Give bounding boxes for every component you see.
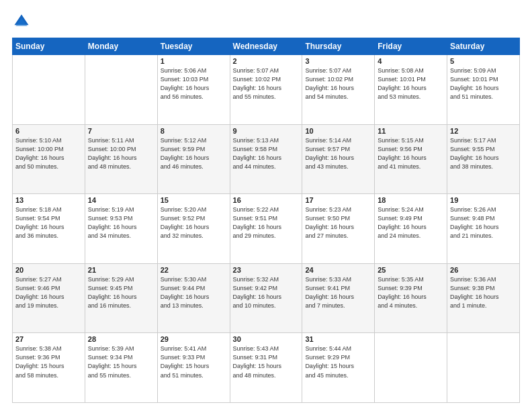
day-number: 30 [233,335,300,343]
logo [12,12,34,31]
calendar-cell: 19Sunrise: 5:26 AM Sunset: 9:48 PM Dayli… [447,194,520,264]
header-day-wednesday: Wednesday [230,38,302,55]
day-info: Sunrise: 5:23 AM Sunset: 9:50 PM Dayligh… [305,205,371,240]
day-info: Sunrise: 5:10 AM Sunset: 10:00 PM Daylig… [15,136,82,171]
day-info: Sunrise: 5:20 AM Sunset: 9:52 PM Dayligh… [161,205,227,240]
day-info: Sunrise: 5:11 AM Sunset: 10:00 PM Daylig… [88,136,154,171]
day-info: Sunrise: 5:29 AM Sunset: 9:45 PM Dayligh… [88,275,154,310]
day-info: Sunrise: 5:06 AM Sunset: 10:03 PM Daylig… [161,66,227,101]
calendar-cell: 29Sunrise: 5:41 AM Sunset: 9:33 PM Dayli… [157,333,230,403]
calendar-cell: 6Sunrise: 5:10 AM Sunset: 10:00 PM Dayli… [13,124,85,194]
day-info: Sunrise: 5:36 AM Sunset: 9:38 PM Dayligh… [450,275,517,310]
calendar-cell: 24Sunrise: 5:33 AM Sunset: 9:41 PM Dayli… [302,263,375,333]
day-number: 2 [233,57,300,65]
day-info: Sunrise: 5:18 AM Sunset: 9:54 PM Dayligh… [15,205,82,240]
calendar-cell: 5Sunrise: 5:09 AM Sunset: 10:01 PM Dayli… [447,55,520,125]
day-number: 8 [161,127,227,135]
day-number: 13 [15,196,82,204]
calendar-cell: 25Sunrise: 5:35 AM Sunset: 9:39 PM Dayli… [375,263,447,333]
week-row-3: 13Sunrise: 5:18 AM Sunset: 9:54 PM Dayli… [13,194,520,264]
calendar-cell: 10Sunrise: 5:14 AM Sunset: 9:57 PM Dayli… [302,124,375,194]
day-number: 3 [305,57,371,65]
day-info: Sunrise: 5:38 AM Sunset: 9:36 PM Dayligh… [15,345,82,379]
day-number: 22 [161,266,227,274]
day-info: Sunrise: 5:33 AM Sunset: 9:41 PM Dayligh… [305,275,371,310]
calendar-cell: 8Sunrise: 5:12 AM Sunset: 9:59 PM Daylig… [157,124,230,194]
week-row-1: 1Sunrise: 5:06 AM Sunset: 10:03 PM Dayli… [13,55,520,125]
day-number: 5 [450,57,517,65]
calendar-cell: 15Sunrise: 5:20 AM Sunset: 9:52 PM Dayli… [157,194,230,264]
calendar-cell: 4Sunrise: 5:08 AM Sunset: 10:01 PM Dayli… [375,55,447,125]
day-number: 17 [305,196,371,204]
calendar-cell: 28Sunrise: 5:39 AM Sunset: 9:34 PM Dayli… [85,333,157,403]
day-info: Sunrise: 5:24 AM Sunset: 9:49 PM Dayligh… [378,205,444,240]
day-number: 28 [88,335,154,343]
day-info: Sunrise: 5:13 AM Sunset: 9:58 PM Dayligh… [233,136,300,171]
page: SundayMondayTuesdayWednesdayThursdayFrid… [0,0,532,411]
calendar-cell: 3Sunrise: 5:07 AM Sunset: 10:02 PM Dayli… [302,55,375,125]
day-info: Sunrise: 5:41 AM Sunset: 9:33 PM Dayligh… [161,345,227,379]
header-day-tuesday: Tuesday [157,38,230,55]
calendar-cell: 16Sunrise: 5:22 AM Sunset: 9:51 PM Dayli… [230,194,302,264]
day-info: Sunrise: 5:39 AM Sunset: 9:34 PM Dayligh… [88,345,154,379]
calendar-cell: 21Sunrise: 5:29 AM Sunset: 9:45 PM Dayli… [85,263,157,333]
logo-icon [12,12,31,31]
header-day-thursday: Thursday [302,38,375,55]
day-number: 31 [305,335,371,343]
day-info: Sunrise: 5:17 AM Sunset: 9:55 PM Dayligh… [450,136,517,171]
week-row-4: 20Sunrise: 5:27 AM Sunset: 9:46 PM Dayli… [13,263,520,333]
day-info: Sunrise: 5:15 AM Sunset: 9:56 PM Dayligh… [378,136,444,171]
day-number: 15 [161,196,227,204]
day-info: Sunrise: 5:32 AM Sunset: 9:42 PM Dayligh… [233,275,300,310]
calendar-cell: 7Sunrise: 5:11 AM Sunset: 10:00 PM Dayli… [85,124,157,194]
calendar-cell: 2Sunrise: 5:07 AM Sunset: 10:02 PM Dayli… [230,55,302,125]
day-number: 18 [378,196,444,204]
calendar-cell: 18Sunrise: 5:24 AM Sunset: 9:49 PM Dayli… [375,194,447,264]
calendar-cell: 22Sunrise: 5:30 AM Sunset: 9:44 PM Dayli… [157,263,230,333]
day-info: Sunrise: 5:27 AM Sunset: 9:46 PM Dayligh… [15,275,82,310]
calendar-cell [375,333,447,403]
day-info: Sunrise: 5:07 AM Sunset: 10:02 PM Daylig… [305,66,371,101]
calendar-cell: 9Sunrise: 5:13 AM Sunset: 9:58 PM Daylig… [230,124,302,194]
day-number: 27 [15,335,82,343]
day-number: 24 [305,266,371,274]
day-number: 26 [450,266,517,274]
calendar-cell: 12Sunrise: 5:17 AM Sunset: 9:55 PM Dayli… [447,124,520,194]
day-info: Sunrise: 5:09 AM Sunset: 10:01 PM Daylig… [450,66,517,101]
day-number: 1 [161,57,227,65]
day-info: Sunrise: 5:14 AM Sunset: 9:57 PM Dayligh… [305,136,371,171]
header-day-saturday: Saturday [447,38,520,55]
calendar-cell: 14Sunrise: 5:19 AM Sunset: 9:53 PM Dayli… [85,194,157,264]
day-number: 9 [233,127,300,135]
day-number: 21 [88,266,154,274]
calendar-cell: 31Sunrise: 5:44 AM Sunset: 9:29 PM Dayli… [302,333,375,403]
day-info: Sunrise: 5:19 AM Sunset: 9:53 PM Dayligh… [88,205,154,240]
day-info: Sunrise: 5:07 AM Sunset: 10:02 PM Daylig… [233,66,300,101]
day-info: Sunrise: 5:08 AM Sunset: 10:01 PM Daylig… [378,66,444,101]
day-info: Sunrise: 5:12 AM Sunset: 9:59 PM Dayligh… [161,136,227,171]
day-info: Sunrise: 5:30 AM Sunset: 9:44 PM Dayligh… [161,275,227,310]
calendar-cell: 27Sunrise: 5:38 AM Sunset: 9:36 PM Dayli… [13,333,85,403]
day-info: Sunrise: 5:43 AM Sunset: 9:31 PM Dayligh… [233,345,300,379]
day-number: 19 [450,196,517,204]
day-number: 6 [15,127,82,135]
day-number: 4 [378,57,444,65]
day-number: 20 [15,266,82,274]
calendar-cell: 1Sunrise: 5:06 AM Sunset: 10:03 PM Dayli… [157,55,230,125]
day-info: Sunrise: 5:26 AM Sunset: 9:48 PM Dayligh… [450,205,517,240]
header-day-friday: Friday [375,38,447,55]
day-number: 14 [88,196,154,204]
calendar-header-row: SundayMondayTuesdayWednesdayThursdayFrid… [13,38,520,55]
calendar-cell [13,55,85,125]
day-number: 12 [450,127,517,135]
day-number: 10 [305,127,371,135]
calendar-cell [447,333,520,403]
day-number: 7 [88,127,154,135]
day-number: 23 [233,266,300,274]
calendar-cell: 13Sunrise: 5:18 AM Sunset: 9:54 PM Dayli… [13,194,85,264]
day-info: Sunrise: 5:22 AM Sunset: 9:51 PM Dayligh… [233,205,300,240]
calendar-cell: 23Sunrise: 5:32 AM Sunset: 9:42 PM Dayli… [230,263,302,333]
calendar-cell [85,55,157,125]
calendar-cell: 11Sunrise: 5:15 AM Sunset: 9:56 PM Dayli… [375,124,447,194]
calendar-cell: 30Sunrise: 5:43 AM Sunset: 9:31 PM Dayli… [230,333,302,403]
